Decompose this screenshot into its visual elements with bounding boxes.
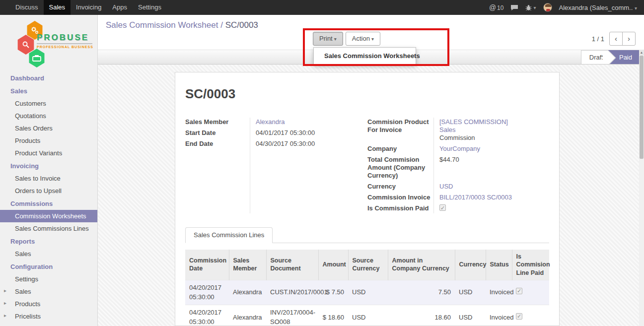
col-currency[interactable]: Currency bbox=[455, 250, 486, 280]
menu-settings[interactable]: Settings bbox=[133, 0, 167, 15]
line-paid-checkbox[interactable]: ✓ bbox=[516, 313, 522, 320]
field-label-end-date: End Date bbox=[185, 140, 250, 148]
notebook: Sales Commission Lines Commission Date S… bbox=[185, 227, 549, 326]
chevron-right-icon: ▸ bbox=[4, 313, 6, 318]
field-label-company: Company bbox=[367, 145, 433, 153]
logo: PROBUSE PROFESSIONAL BUSINESS bbox=[0, 20, 97, 65]
tab-sales-commission-lines[interactable]: Sales Commission Lines bbox=[185, 227, 273, 243]
pager-counter: 1 / 1 bbox=[592, 35, 604, 43]
messages-icon[interactable] bbox=[510, 4, 518, 11]
pager-next-button[interactable]: › bbox=[622, 32, 636, 46]
table-row[interactable]: 04/20/2017 05:30:00 Alexandra INV/2017/0… bbox=[185, 305, 549, 326]
user-menu[interactable]: Alexandra (Sales_comm.. ▾ bbox=[559, 4, 638, 11]
sidebar-section-dashboard[interactable]: Dashboard bbox=[0, 71, 97, 84]
sidebar-item-config-pricelists[interactable]: ▸Pricelists bbox=[0, 310, 97, 323]
table-row[interactable]: 04/20/2017 05:30:00 Alexandra CUST.IN/20… bbox=[185, 280, 549, 305]
mentions-count: 10 bbox=[497, 4, 503, 11]
sidebar-item-commission-worksheets[interactable]: Commission Worksheets bbox=[0, 210, 97, 222]
page: Discuss Sales Invoicing Apps Settings @1… bbox=[0, 0, 644, 326]
menu-invoicing[interactable]: Invoicing bbox=[71, 0, 107, 15]
top-menu: Discuss Sales Invoicing Apps Settings bbox=[0, 0, 167, 15]
col-amount[interactable]: Amount bbox=[318, 250, 348, 280]
table-header-row: Commission Date Sales Member Source Docu… bbox=[185, 250, 549, 280]
brand-tagline: PROFESSIONAL BUSINESS bbox=[37, 45, 95, 49]
sidebar-menu: Dashboard Sales Customers Quotations Sal… bbox=[0, 69, 97, 326]
menu-discuss[interactable]: Discuss bbox=[10, 0, 44, 15]
field-value-commission-product-rest: Commission bbox=[439, 134, 523, 142]
sidebar-section-commissions[interactable]: Commissions bbox=[0, 197, 97, 210]
chevron-right-icon: ▸ bbox=[4, 288, 6, 293]
field-group-right: Commision Product For Invoice [SALES COM… bbox=[367, 117, 549, 214]
menu-sales[interactable]: Sales bbox=[44, 0, 71, 15]
field-value-company[interactable]: YourCompany bbox=[439, 145, 480, 152]
sidebar-item-products[interactable]: Products bbox=[0, 134, 97, 147]
mentions-badge[interactable]: @10 bbox=[489, 3, 504, 11]
sidebar-item-settings[interactable]: Settings bbox=[0, 273, 97, 285]
chevron-right-icon: ▸ bbox=[4, 300, 6, 306]
at-icon: @ bbox=[489, 3, 496, 11]
menu-item-sales-commission-worksheets[interactable]: Sales Commission Worksheets bbox=[314, 50, 416, 62]
sidebar-item-config-products[interactable]: ▸Products bbox=[0, 298, 97, 310]
scrollbar-thumb[interactable] bbox=[640, 56, 644, 159]
col-amount-company-currency[interactable]: Amount in Company Currency bbox=[388, 250, 455, 280]
field-separator-line bbox=[433, 118, 434, 213]
logo-text: PROBUSE PROFESSIONAL BUSINESS bbox=[37, 33, 95, 49]
menu-apps[interactable]: Apps bbox=[107, 0, 133, 15]
field-value-commission-invoice[interactable]: BILL/2017/0003 SC/0003 bbox=[439, 194, 512, 201]
sidebar-section-sales[interactable]: Sales bbox=[0, 84, 97, 97]
systray: @10 ▾ Alexandra (Sales_comm.. ▾ bbox=[489, 0, 644, 15]
col-source-currency[interactable]: Source Currency bbox=[348, 250, 388, 280]
sidebar-item-customers[interactable]: Customers bbox=[0, 97, 97, 110]
debug-icon[interactable]: ▾ bbox=[525, 4, 536, 11]
col-source-document[interactable]: Source Document bbox=[266, 250, 318, 280]
chevron-down-icon: ▾ bbox=[635, 5, 637, 11]
field-label-currency: Currency bbox=[367, 183, 433, 191]
sidebar-item-product-variants[interactable]: Product Variants bbox=[0, 147, 97, 159]
print-dropdown-menu: Sales Commission Worksheets bbox=[313, 47, 416, 65]
sidebar-item-config-contacts[interactable]: ▸Contacts bbox=[0, 323, 97, 326]
col-is-commission-line-paid[interactable]: Is Commision Line Paid bbox=[512, 250, 549, 280]
chevron-down-icon: ▾ bbox=[533, 5, 536, 10]
col-status[interactable]: Status bbox=[486, 250, 512, 280]
breadcrumb-current: SC/0003 bbox=[225, 20, 258, 30]
sidebar-section-configuration[interactable]: Configuration bbox=[0, 260, 97, 273]
pager: 1 / 1 ‹ › bbox=[592, 32, 636, 46]
line-paid-checkbox[interactable]: ✓ bbox=[516, 288, 522, 294]
form-sheet: SC/0003 Sales Member Alexandra Start Dat… bbox=[175, 72, 560, 326]
chevron-down-icon: ▾ bbox=[371, 36, 374, 42]
control-panel: Sales Commission Worksheet / SC/0003 Pri… bbox=[98, 15, 644, 50]
field-separator-line bbox=[250, 118, 250, 213]
breadcrumb: Sales Commission Worksheet / SC/0003 bbox=[106, 20, 258, 30]
breadcrumb-parent-link[interactable]: Sales Commission Worksheet bbox=[106, 20, 218, 30]
sidebar-item-sales-orders[interactable]: Sales Orders bbox=[0, 122, 97, 134]
chevron-down-icon: ▾ bbox=[334, 36, 337, 42]
field-label-total-commission: Total Commision Amount (Company Currency… bbox=[367, 156, 433, 180]
field-label-commission-product: Commision Product For Invoice bbox=[367, 118, 433, 142]
col-commission-date[interactable]: Commission Date bbox=[185, 250, 229, 280]
chevron-left-icon: ‹ bbox=[615, 34, 617, 43]
record-title: SC/0003 bbox=[185, 86, 549, 102]
sidebar-item-orders-to-upsell[interactable]: Orders to Upsell bbox=[0, 185, 97, 197]
sidebar-section-reports[interactable]: Reports bbox=[0, 235, 97, 248]
sidebar-item-sales-to-invoice[interactable]: Sales to Invoice bbox=[0, 172, 97, 185]
print-button[interactable]: Print▾ bbox=[313, 32, 343, 46]
field-value-end-date: 04/30/2017 05:30:00 bbox=[250, 140, 315, 148]
pager-previous-button[interactable]: ‹ bbox=[609, 32, 623, 46]
scrollbar-up-arrow[interactable]: ▲ bbox=[639, 50, 644, 55]
field-value-currency[interactable]: USD bbox=[439, 183, 453, 190]
vertical-scrollbar[interactable]: ▲ bbox=[639, 50, 644, 326]
col-sales-member[interactable]: Sales Member bbox=[229, 250, 266, 280]
action-button[interactable]: Action▾ bbox=[346, 32, 380, 46]
sidebar-item-sales-commissions-lines[interactable]: Sales Commissions Lines bbox=[0, 222, 97, 235]
field-value-sales-member[interactable]: Alexandra bbox=[256, 118, 285, 126]
status-draft[interactable]: Draft bbox=[581, 50, 608, 65]
sidebar-item-config-sales[interactable]: ▸Sales bbox=[0, 285, 97, 298]
sidebar-item-reports-sales[interactable]: Sales bbox=[0, 248, 97, 260]
sidebar-item-quotations[interactable]: Quotations bbox=[0, 110, 97, 122]
field-value-commission-product-link[interactable]: [SALES COMMISSION] Sales bbox=[439, 118, 508, 133]
sidebar-section-invoicing[interactable]: Invoicing bbox=[0, 159, 97, 172]
field-value-start-date: 04/01/2017 05:30:00 bbox=[250, 129, 315, 137]
is-commission-paid-checkbox[interactable]: ✓ bbox=[439, 204, 446, 211]
action-buttons: Print▾ Action▾ bbox=[313, 32, 380, 46]
avatar[interactable] bbox=[543, 3, 552, 12]
